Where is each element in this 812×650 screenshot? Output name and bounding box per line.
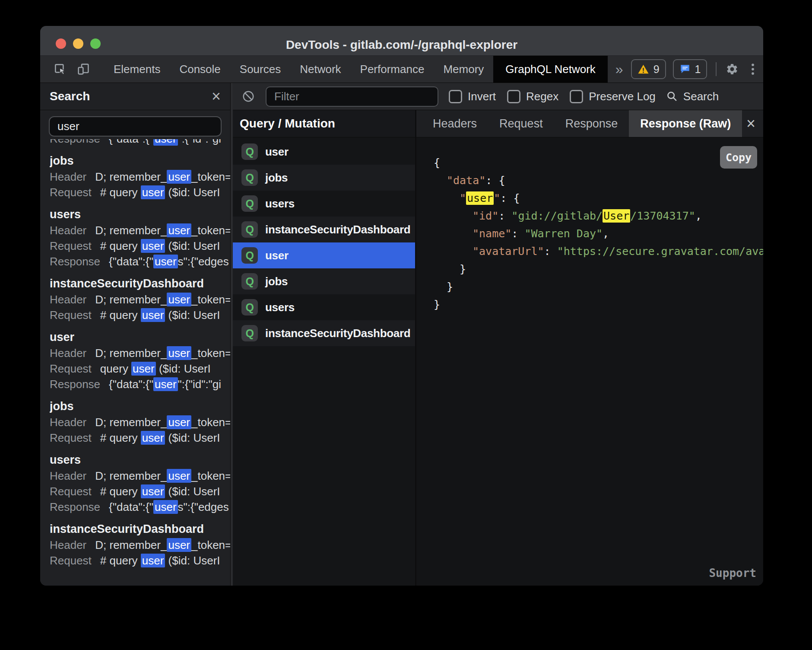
tab-elements[interactable]: Elements (104, 56, 170, 83)
json-token: /13704317" (630, 210, 695, 222)
regex-option[interactable]: Regex (507, 90, 558, 103)
tab-sources[interactable]: Sources (230, 56, 290, 83)
settings-gear-icon[interactable] (725, 62, 739, 76)
result-section-title[interactable]: jobs (50, 153, 230, 169)
result-text: D; remember_ (95, 469, 167, 482)
result-row[interactable]: Response{"data":{"users":{"edges (50, 499, 230, 515)
result-section-title[interactable]: jobs (50, 398, 230, 414)
result-row[interactable]: HeaderD; remember_user_token=e (50, 414, 230, 430)
result-row[interactable]: Requestquery user ($id: UserI (50, 361, 230, 376)
main-area: Search × Response{"data":{"user":{"id":"… (40, 83, 763, 586)
search-panel-header: Search × (40, 83, 230, 110)
block-clear-icon[interactable] (241, 89, 255, 103)
detail-tab-response[interactable]: Response (554, 110, 629, 137)
query-row-jobs[interactable]: Qjobs (233, 165, 415, 191)
query-list[interactable]: QuserQjobsQusersQinstanceSecurityDashboa… (233, 137, 415, 586)
match-highlight: user (167, 223, 191, 237)
inspect-element-icon[interactable] (53, 62, 67, 76)
query-type-badge: Q (241, 247, 258, 264)
tab-network[interactable]: Network (290, 56, 350, 83)
result-row[interactable]: Request# query user ($id: UserI (50, 307, 230, 323)
result-row-value: {"data":{"user":{"id":"gi (109, 139, 221, 146)
more-tabs-button[interactable]: » (608, 56, 631, 83)
json-line: } (434, 296, 763, 313)
query-row-label: jobs (265, 171, 288, 185)
result-text: _token=e (191, 293, 230, 306)
warning-count: 9 (653, 63, 660, 76)
result-row-partial[interactable]: Response{"data":{"user":{"id":"gi (50, 139, 230, 147)
filter-options: InvertRegexPreserve Log (449, 90, 656, 103)
preserve-log-checkbox[interactable] (570, 90, 583, 103)
result-row[interactable]: HeaderD; remember_user_token=e (50, 537, 230, 553)
result-section-title[interactable]: instanceSecurityDashboard (50, 521, 230, 537)
response-raw-viewer: {"data": {"user": {"id": "gid://gitlab/U… (416, 137, 763, 586)
result-row-label: Request (50, 309, 92, 322)
result-row-label: Request (50, 554, 92, 567)
result-row[interactable]: Request# query user ($id: UserI (50, 484, 230, 499)
result-row[interactable]: HeaderD; remember_user_token=e (50, 345, 230, 361)
invert-checkbox[interactable] (449, 90, 462, 103)
result-section-title[interactable]: user (50, 329, 230, 345)
result-row-value: # query user ($id: UserI (100, 431, 220, 445)
desktop-background: DevTools - gitlab.com/-/graphql-explorer (0, 0, 812, 650)
search-box (49, 116, 222, 137)
match-highlight: user (141, 308, 165, 322)
query-type-badge: Q (241, 169, 258, 186)
query-row-user[interactable]: Quser (233, 242, 415, 268)
kebab-menu-icon[interactable] (746, 62, 760, 76)
result-row-label: Response (50, 378, 100, 391)
search-toggle[interactable]: Search (666, 90, 719, 103)
copy-button[interactable]: Copy (720, 146, 757, 169)
search-input[interactable] (49, 116, 222, 137)
panel-tabs: ElementsConsoleSourcesNetworkPerformance… (104, 56, 608, 83)
detail-tab-response-raw[interactable]: Response (Raw) (629, 110, 742, 137)
support-link[interactable]: Support (709, 567, 756, 580)
tab-console[interactable]: Console (170, 56, 230, 83)
regex-checkbox[interactable] (507, 90, 520, 103)
detail-close-icon[interactable]: × (746, 110, 755, 137)
filter-bar: InvertRegexPreserve Log Search (233, 83, 763, 110)
search-close-icon[interactable]: × (212, 89, 221, 104)
result-row[interactable]: Request# query user ($id: UserI (50, 430, 230, 446)
query-row-jobs[interactable]: Qjobs (233, 268, 415, 294)
result-row[interactable]: HeaderD; remember_user_token=e (50, 468, 230, 484)
json-code: {"data": {"user": {"id": "gid://gitlab/U… (434, 154, 763, 313)
filter-input[interactable] (266, 86, 438, 107)
messages-badge[interactable]: 1 (673, 59, 707, 79)
result-row[interactable]: HeaderD; remember_user_token=e (50, 223, 230, 238)
result-row[interactable]: Response{"data":{"user":{"id":"gi (50, 376, 230, 392)
query-row-users[interactable]: Qusers (233, 191, 415, 217)
result-section-title[interactable]: users (50, 206, 230, 223)
invert-option[interactable]: Invert (449, 90, 496, 103)
result-row[interactable]: HeaderD; remember_user_token=e (50, 292, 230, 307)
result-row-label: Request (50, 186, 92, 199)
result-row-label: Request (50, 362, 92, 375)
query-row-instancesecuritydashboard[interactable]: QinstanceSecurityDashboard (233, 320, 415, 346)
tab-graphql-network[interactable]: GraphQL Network (493, 56, 608, 83)
result-row-value: D; remember_user_token=e (95, 293, 230, 306)
search-results-list[interactable]: Response{"data":{"user":{"id":"gijobsHea… (40, 139, 230, 586)
result-row[interactable]: Response{"data":{"users":{"edges (50, 254, 230, 269)
query-row-user[interactable]: Quser (233, 139, 415, 165)
result-section-title[interactable]: instanceSecurityDashboard (50, 275, 230, 292)
tab-performance[interactable]: Performance (351, 56, 434, 83)
result-row-label: Request (50, 431, 92, 444)
query-row-instancesecuritydashboard[interactable]: QinstanceSecurityDashboard (233, 217, 415, 242)
detail-tab-request[interactable]: Request (488, 110, 554, 137)
device-toolbar-icon[interactable] (76, 62, 90, 76)
detail-tab-headers[interactable]: Headers (422, 110, 488, 137)
result-row[interactable]: Request# query user ($id: UserI (50, 238, 230, 254)
tab-memory[interactable]: Memory (434, 56, 493, 83)
query-row-label: user (265, 145, 289, 159)
result-row-value: # query user ($id: UserI (100, 308, 220, 322)
result-row[interactable]: Request# query user ($id: UserI (50, 185, 230, 200)
result-row[interactable]: HeaderD; remember_user_token=e (50, 169, 230, 185)
json-token: " (494, 192, 500, 204)
preserve-log-option[interactable]: Preserve Log (570, 90, 656, 103)
query-row-users[interactable]: Qusers (233, 294, 415, 320)
result-row[interactable]: Request# query user ($id: UserI (50, 553, 230, 568)
json-token: "data" (447, 174, 485, 187)
result-section-title[interactable]: users (50, 452, 230, 468)
result-text: D; remember_ (95, 293, 167, 306)
warnings-badge[interactable]: 9 (631, 59, 666, 79)
